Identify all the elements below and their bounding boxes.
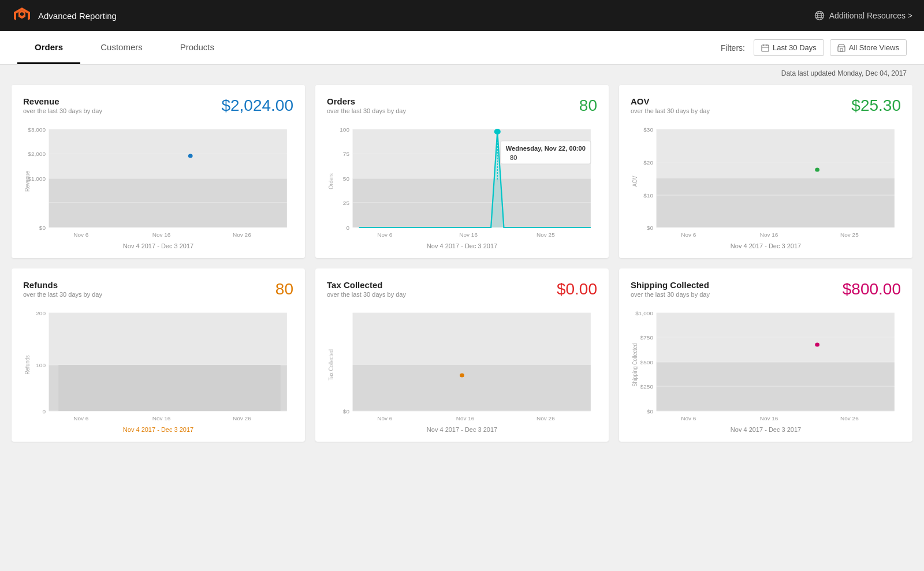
revenue-card: Revenue over the last 30 days by day $2,… [12,85,305,258]
svg-rect-52 [657,129,895,178]
revenue-card-title-group: Revenue over the last 30 days by day [23,96,102,114]
refunds-title: Refunds [23,280,102,290]
svg-text:Nov 16: Nov 16 [152,415,171,421]
orders-value: 80 [579,96,597,115]
svg-text:Nov 6: Nov 6 [73,415,88,421]
svg-point-29 [188,154,193,158]
svg-text:$1,000: $1,000 [635,310,653,316]
store-filter-button[interactable]: All Store Views [830,39,907,56]
calendar-icon [761,44,769,52]
svg-rect-67 [49,313,287,365]
svg-text:Nov 16: Nov 16 [456,415,475,421]
svg-text:Orders: Orders [328,173,335,189]
nav-tabs: Orders Customers Products [17,31,234,64]
aov-date-range: Nov 4 2017 - Dec 3 2017 [631,242,901,249]
svg-text:Nov 6: Nov 6 [377,232,392,237]
nav-bar: Orders Customers Products Filters: Last … [0,31,924,65]
svg-rect-79 [58,365,280,411]
svg-text:Nov 16: Nov 16 [760,232,778,237]
revenue-card-header: Revenue over the last 30 days by day $2,… [23,96,293,115]
aov-title: AOV [631,96,710,106]
svg-text:Nov 26: Nov 26 [233,415,251,421]
tab-orders[interactable]: Orders [17,31,80,64]
svg-text:25: 25 [343,200,349,206]
revenue-value: $2,024.00 [221,96,293,115]
revenue-title: Revenue [23,96,102,106]
orders-card: Orders over the last 30 days by day 80 [315,85,609,258]
svg-text:80: 80 [510,155,517,161]
shipping-date-range: Nov 4 2017 - Dec 3 2017 [631,426,901,433]
tab-customers[interactable]: Customers [83,31,160,64]
filters-label: Filters: [721,43,745,53]
refunds-card-title-group: Refunds over the last 30 days by day [23,280,102,298]
cards-grid: Revenue over the last 30 days by day $2,… [12,85,912,442]
svg-text:$2,000: $2,000 [28,151,46,156]
svg-text:Nov 6: Nov 6 [73,232,88,237]
refunds-card: Refunds over the last 30 days by day 80 … [12,268,305,442]
revenue-date-range: Nov 4 2017 - Dec 3 2017 [23,242,293,249]
refunds-value: 80 [275,280,293,298]
shipping-card-title-group: Shipping Collected over the last 30 days… [631,280,710,298]
svg-text:$0: $0 [647,225,653,230]
tax-date-range: Nov 4 2017 - Dec 3 2017 [327,426,597,433]
data-update-bar: Data last updated Monday, Dec 04, 2017 [0,65,924,82]
aov-card-header: AOV over the last 30 days by day $25.30 [631,96,901,115]
shipping-subtitle: over the last 30 days by day [631,291,710,298]
orders-card-header: Orders over the last 30 days by day 80 [327,96,597,115]
svg-text:Nov 25: Nov 25 [536,232,555,237]
magento-logo-icon [12,5,32,26]
aov-card: AOV over the last 30 days by day $25.30 … [619,85,912,258]
svg-text:Nov 25: Nov 25 [840,232,859,237]
refunds-card-header: Refunds over the last 30 days by day 80 [23,280,293,298]
main-content: Revenue over the last 30 days by day $2,… [0,85,924,459]
app-header: Advanced Reporting Additional Resources … [0,0,924,31]
tax-chart: $0 Tax Collected Nov 6 Nov 16 Nov 26 [327,307,597,423]
svg-text:200: 200 [36,310,46,316]
svg-rect-8 [762,45,769,51]
orders-title: Orders [327,96,406,106]
additional-resources-link[interactable]: Additional Resources > [814,10,912,21]
svg-text:0: 0 [42,408,46,414]
svg-text:$250: $250 [640,383,653,389]
svg-text:Tax Collected: Tax Collected [328,349,335,380]
tax-subtitle: over the last 30 days by day [327,291,406,298]
aov-card-title-group: AOV over the last 30 days by day [631,96,710,114]
svg-text:Nov 6: Nov 6 [377,415,392,421]
tax-card: Tax Collected over the last 30 days by d… [315,268,609,442]
store-icon [837,44,845,52]
svg-text:$0: $0 [39,225,46,230]
shipping-chart: $1,000 $750 $500 $250 $0 Shipping Collec… [631,307,901,423]
svg-point-47 [494,129,501,135]
refunds-date-range: Nov 4 2017 - Dec 3 2017 [23,426,293,433]
svg-text:100: 100 [340,126,349,132]
svg-text:$0: $0 [343,408,349,414]
svg-text:$20: $20 [643,159,653,165]
orders-date-range: Nov 4 2017 - Dec 3 2017 [327,242,597,249]
tax-card-header: Tax Collected over the last 30 days by d… [327,280,597,298]
svg-text:Nov 16: Nov 16 [152,232,171,237]
aov-chart: $30 $20 $10 $0 AOV Nov 6 Nov 16 Nov 25 [631,124,901,239]
orders-card-title-group: Orders over the last 30 days by day [327,96,406,114]
data-update-text: Data last updated Monday, Dec 04, 2017 [781,69,907,77]
shipping-card: Shipping Collected over the last 30 days… [619,268,912,442]
svg-text:75: 75 [343,151,349,156]
svg-text:0: 0 [346,225,349,230]
date-filter-label: Last 30 Days [773,43,817,52]
svg-text:Nov 16: Nov 16 [760,415,778,421]
tab-products[interactable]: Products [163,31,232,64]
svg-text:Nov 26: Nov 26 [536,415,555,421]
aov-value: $25.30 [851,96,901,115]
svg-text:Nov 16: Nov 16 [459,232,478,237]
shipping-value: $800.00 [843,280,901,298]
shipping-title: Shipping Collected [631,280,710,290]
svg-point-106 [815,343,819,347]
additional-resources-label: Additional Resources > [829,11,912,20]
svg-text:$0: $0 [647,408,653,414]
svg-rect-53 [657,178,895,227]
svg-text:50: 50 [343,176,349,181]
svg-text:Revenue: Revenue [24,171,31,192]
svg-text:Nov 26: Nov 26 [840,415,859,421]
globe-icon [814,10,825,21]
date-filter-button[interactable]: Last 30 Days [754,39,824,56]
svg-text:$30: $30 [643,126,653,132]
